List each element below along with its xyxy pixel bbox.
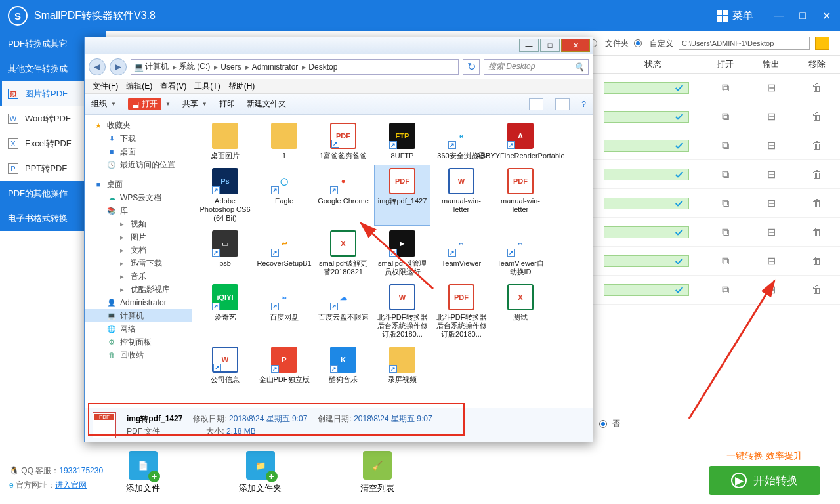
explorer-sidebar-item[interactable]: ⚙控制面板 (85, 335, 192, 348)
open-button[interactable]: ⧉ (702, 198, 748, 209)
open-button[interactable]: ⧉ (702, 169, 748, 180)
open-button[interactable]: ⧉ (702, 111, 748, 123)
view-mode-button[interactable] (529, 98, 543, 110)
file-item[interactable]: ↔↗TeamViewer (434, 228, 489, 279)
breadcrumb-item[interactable]: 系统 (C:) (179, 61, 219, 72)
explorer-sidebar-item[interactable]: 🌐网络 (85, 322, 192, 335)
file-item[interactable]: PDF↗1富爸爸穷爸爸 (316, 120, 371, 163)
no-radio[interactable]: 否 (599, 418, 620, 429)
breadcrumb-item[interactable]: Desktop (308, 62, 343, 72)
explorer-sidebar-item[interactable]: 📚库 (85, 204, 192, 217)
explorer-titlebar[interactable]: — □ ✕ (85, 37, 593, 54)
refresh-button[interactable]: ↻ (463, 59, 480, 75)
output-button[interactable]: ⊟ (748, 139, 794, 152)
nav-forward-button[interactable]: ► (110, 58, 127, 75)
menubar-item[interactable]: 编辑(E) (123, 81, 155, 92)
explorer-sidebar-item[interactable]: 👤Administrator (85, 296, 192, 309)
share-button[interactable]: 共享▼ (182, 98, 207, 110)
file-item[interactable]: PDFimg转pdf_1427 (375, 165, 430, 225)
explorer-sidebar-item[interactable]: 🗑回收站 (85, 348, 192, 362)
file-item[interactable]: Wmanual-win-letter (434, 165, 489, 225)
file-item[interactable]: ∞↗百度网盘 (257, 282, 312, 341)
open-button[interactable]: ⧉ (702, 255, 748, 267)
menubar-item[interactable]: 工具(T) (192, 81, 222, 92)
explorer-sidebar-item[interactable]: ☁WPS云文档 (85, 191, 192, 204)
output-button[interactable]: ⊟ (748, 226, 794, 238)
delete-button[interactable]: 🗑 (794, 140, 840, 152)
open-button[interactable]: ⧉ (702, 140, 748, 152)
menubar-item[interactable]: 查看(V) (158, 81, 189, 92)
preview-pane-button[interactable] (555, 98, 570, 110)
file-item[interactable]: Xsmallpdf破解更替20180821 (316, 228, 371, 279)
start-convert-button[interactable]: ▶ 开始转换 (709, 466, 820, 495)
menubar-item[interactable]: 帮助(H) (226, 81, 258, 92)
close-icon[interactable]: ✕ (820, 10, 832, 22)
breadcrumb-item[interactable]: 计算机 (145, 61, 178, 72)
delete-button[interactable]: 🗑 (794, 198, 840, 209)
file-item[interactable]: W北斗PDF转换器后台系统操作修订版20180... (375, 282, 430, 341)
explorer-sidebar-item[interactable]: ▸音乐 (85, 270, 192, 283)
file-item[interactable]: W↗公司信息 (198, 344, 253, 387)
custom-radio[interactable] (634, 39, 642, 47)
delete-button[interactable]: 🗑 (794, 82, 840, 94)
file-item[interactable]: PDF北斗PDF转换器后台系统操作修订版20180... (434, 282, 489, 341)
file-item[interactable]: K↗酷狗音乐 (316, 344, 371, 387)
open-button[interactable]: ⬓打开▼ (128, 98, 171, 110)
file-item[interactable]: ◯↗Eagle (257, 165, 312, 225)
explorer-sidebar-item[interactable]: ▸视频 (85, 217, 192, 230)
explorer-minimize-icon[interactable]: — (519, 39, 539, 52)
file-item[interactable]: ☁↗百度云盘不限速 (316, 282, 371, 341)
file-item[interactable]: Ps↗Adobe Photoshop CS6 (64 Bit) (198, 165, 253, 225)
site-link[interactable]: 进入官网 (55, 480, 87, 490)
nav-back-button[interactable]: ◄ (89, 58, 106, 75)
add-file-button[interactable]: 📄+ 添加文件 (126, 451, 160, 494)
output-button[interactable]: ⊟ (748, 81, 794, 94)
menu-button[interactable]: 菜单 (710, 7, 760, 26)
qq-link[interactable]: 1933175230 (59, 466, 103, 475)
minimize-icon[interactable]: — (773, 10, 785, 22)
output-button[interactable]: ⊟ (748, 197, 794, 209)
delete-button[interactable]: 🗑 (794, 284, 840, 296)
organize-button[interactable]: 组织▼ (91, 98, 116, 110)
file-item[interactable]: ↗录屏视频 (375, 344, 430, 387)
breadcrumb-item[interactable]: Users (220, 62, 250, 72)
add-folder-button[interactable]: 📁+ 添加文件夹 (239, 451, 282, 494)
explorer-sidebar-item[interactable]: ⬇下载 (85, 132, 192, 145)
delete-button[interactable]: 🗑 (794, 111, 840, 123)
new-folder-button[interactable]: 新建文件夹 (247, 98, 286, 110)
path-input[interactable]: C:\Users\ADMINI~1\Desktop (679, 37, 810, 50)
menubar-item[interactable]: 文件(F) (90, 81, 121, 92)
open-button[interactable]: ⧉ (702, 226, 748, 238)
explorer-sidebar-item[interactable]: ★收藏夹 (85, 119, 192, 132)
search-input[interactable]: 搜索 Desktop🔍 (484, 59, 589, 75)
explorer-sidebar-item[interactable]: ▸文档 (85, 243, 192, 257)
file-item[interactable]: A↗ABBYYFineReaderPortable (493, 120, 548, 163)
print-button[interactable]: 打印 (219, 98, 235, 110)
breadcrumb[interactable]: 💻 计算机系统 (C:)UsersAdministratorDesktop (131, 59, 459, 75)
clear-list-button[interactable]: 🧹 清空列表 (360, 451, 394, 494)
explorer-sidebar-item[interactable]: ▸优酷影视库 (85, 283, 192, 296)
file-item[interactable]: PDFmanual-win-letter (493, 165, 548, 225)
explorer-sidebar-item[interactable]: ■桌面 (85, 178, 192, 191)
open-button[interactable]: ⧉ (702, 284, 748, 296)
file-item[interactable]: ↩↗RecoverSetupB1 (257, 228, 312, 279)
output-button[interactable]: ⊟ (748, 110, 794, 123)
file-item[interactable]: FTP↗8UFTP (375, 120, 430, 163)
file-item[interactable]: iQIYI↗爱奇艺 (198, 282, 253, 341)
file-item[interactable]: ●↗Google Chrome (316, 165, 371, 225)
explorer-sidebar-item[interactable]: ▸图片 (85, 230, 192, 243)
delete-button[interactable]: 🗑 (794, 255, 840, 267)
delete-button[interactable]: 🗑 (794, 169, 840, 180)
file-item[interactable]: ►↗smallpdf以管理员权限运行 (375, 228, 430, 279)
open-button[interactable]: ⧉ (702, 82, 748, 94)
file-item[interactable]: ▭↗psb (198, 228, 253, 279)
output-button[interactable]: ⊟ (748, 168, 794, 180)
file-item[interactable]: ↔↗TeamViewer自动换ID (493, 228, 548, 279)
file-item[interactable]: 1 (257, 120, 312, 163)
breadcrumb-item[interactable]: Administrator (252, 62, 308, 72)
maximize-icon[interactable]: □ (797, 10, 808, 22)
help-icon[interactable]: ? (581, 100, 586, 109)
output-button[interactable]: ⊟ (748, 284, 794, 296)
file-item[interactable]: X测试 (493, 282, 548, 341)
file-item[interactable]: 桌面图片 (198, 120, 253, 163)
